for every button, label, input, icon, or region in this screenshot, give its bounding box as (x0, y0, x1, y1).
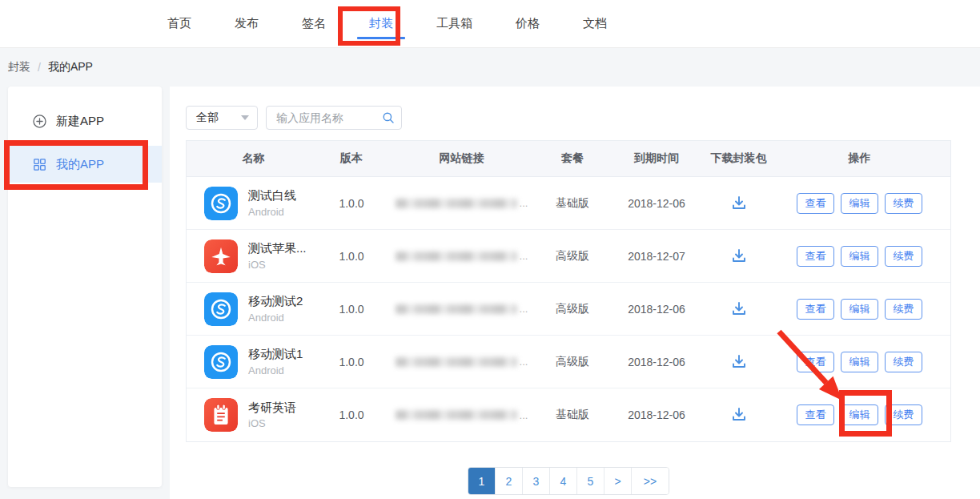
plus-circle-icon (32, 114, 47, 129)
pagination-wrap: 1 2 3 4 5 > >> (186, 467, 951, 495)
breadcrumb-my-app: 我的APP (48, 60, 93, 74)
col-header-name: 名称 (187, 151, 320, 166)
pagination: 1 2 3 4 5 > >> (468, 467, 669, 495)
redacted-link (396, 357, 517, 367)
sidebar-item-new-app[interactable]: 新建APP (8, 103, 162, 139)
app-version: 1.0.0 (320, 356, 383, 368)
page-2[interactable]: 2 (496, 468, 523, 494)
nav-tab-package[interactable]: 封装 (368, 0, 395, 47)
app-expiry: 2018-12-06 (604, 408, 709, 421)
redacted-link (396, 252, 517, 261)
edit-button-row-5-highlighted[interactable]: 编辑 (841, 404, 878, 425)
app-icon-s-browser (204, 187, 238, 220)
edit-button[interactable]: 编辑 (841, 193, 878, 214)
app-table: 名称 版本 网站链接 套餐 到期时间 下载封装包 操作 测试白线 (186, 140, 951, 442)
nav-tab-publish[interactable]: 发布 (233, 0, 260, 47)
app-platform: Android (248, 364, 303, 376)
app-plan: 高级版 (540, 302, 604, 316)
page-body: 封装 / 我的APP 新建APP (0, 48, 980, 499)
app-icon-airplane (204, 239, 238, 273)
edit-button[interactable]: 编辑 (841, 246, 878, 267)
renew-button[interactable]: 续费 (885, 352, 922, 372)
app-name: 移动测试2 (248, 294, 303, 309)
page-last[interactable]: >> (632, 468, 669, 494)
table-row: 测试白线 Android 1.0.0 ... 基础版 2018-12-06 查看… (187, 177, 950, 230)
app-icon-s-browser (204, 292, 238, 326)
download-icon[interactable] (729, 194, 749, 213)
col-header-expiry: 到期时间 (604, 151, 709, 166)
renew-button[interactable]: 续费 (885, 299, 922, 320)
app-plan: 高级版 (540, 249, 604, 264)
top-nav: 首页 发布 签名 封装 工具箱 价格 文档 (0, 0, 980, 48)
view-button[interactable]: 查看 (797, 352, 834, 372)
breadcrumb: 封装 / 我的APP (0, 48, 980, 87)
page-5[interactable]: 5 (577, 468, 604, 494)
renew-button[interactable]: 续费 (885, 404, 922, 425)
nav-tab-docs[interactable]: 文档 (581, 0, 608, 47)
view-button[interactable]: 查看 (797, 193, 834, 214)
app-plan: 基础版 (540, 196, 604, 211)
nav-tab-sign[interactable]: 签名 (300, 0, 327, 47)
edit-button[interactable]: 编辑 (841, 299, 878, 320)
redacted-link (396, 304, 517, 314)
nav-tab-toolbox[interactable]: 工具箱 (435, 0, 474, 47)
app-version: 1.0.0 (320, 197, 383, 210)
sidebar-item-label: 我的APP (56, 157, 104, 172)
app-version: 1.0.0 (320, 250, 383, 263)
filter-select[interactable]: 全部 (186, 106, 258, 130)
app-name: 移动测试1 (248, 347, 303, 362)
view-button[interactable]: 查看 (797, 299, 834, 320)
page-next[interactable]: > (604, 468, 632, 494)
chevron-down-icon (241, 115, 249, 120)
app-expiry: 2018-12-06 (604, 356, 709, 368)
table-row: 移动测试2 Android 1.0.0 ... 高级版 2018-12-06 查… (187, 283, 950, 336)
app-version: 1.0.0 (320, 303, 383, 316)
col-header-version: 版本 (320, 151, 383, 166)
filter-select-value: 全部 (196, 111, 219, 125)
app-expiry: 2018-12-07 (604, 250, 709, 263)
grid-icon (32, 157, 47, 172)
breadcrumb-package[interactable]: 封装 (8, 60, 30, 74)
table-row: 移动测试1 Android 1.0.0 ... 高级版 2018-12-06 查… (187, 336, 950, 388)
sidebar-item-label: 新建APP (56, 114, 104, 129)
content-row: 新建APP 我的APP (0, 87, 980, 499)
nav-tab-price[interactable]: 价格 (514, 0, 541, 47)
sidebar-item-my-app[interactable]: 我的APP (8, 146, 162, 183)
download-icon[interactable] (729, 247, 749, 266)
app-platform: iOS (248, 259, 307, 271)
table-row: 考研英语 iOS 1.0.0 ... 基础版 2018-12-06 查看 编辑 (187, 388, 950, 441)
app-plan: 基础版 (540, 408, 604, 422)
page-3[interactable]: 3 (523, 468, 550, 494)
renew-button[interactable]: 续费 (885, 246, 922, 267)
download-icon[interactable] (729, 352, 749, 372)
app-platform: Android (248, 206, 296, 218)
download-icon[interactable] (729, 405, 749, 425)
view-button[interactable]: 查看 (797, 404, 834, 425)
search-icon[interactable] (381, 111, 396, 125)
app-plan: 高级版 (540, 355, 604, 369)
breadcrumb-separator: / (38, 61, 41, 74)
sidebar: 新建APP 我的APP (8, 87, 162, 487)
search-box (266, 106, 402, 130)
app-version: 1.0.0 (320, 408, 383, 421)
app-expiry: 2018-12-06 (604, 197, 709, 210)
download-icon[interactable] (729, 300, 749, 319)
col-header-actions: 操作 (769, 151, 950, 166)
page-1[interactable]: 1 (468, 468, 496, 494)
app-name: 测试苹果... (248, 241, 307, 256)
app-platform: Android (248, 312, 303, 324)
app-name: 测试白线 (248, 188, 296, 203)
redacted-link (396, 410, 517, 420)
app-icon-notepad (204, 398, 238, 432)
renew-button[interactable]: 续费 (885, 193, 922, 214)
col-header-download: 下载封装包 (709, 151, 769, 166)
edit-button[interactable]: 编辑 (841, 352, 878, 372)
app-name: 考研英语 (248, 400, 296, 416)
app-platform: iOS (248, 417, 296, 429)
view-button[interactable]: 查看 (797, 246, 834, 267)
app-icon-s-browser (204, 345, 238, 379)
main-panel: 全部 名称 版本 网站链接 (170, 87, 980, 499)
table-row: 测试苹果... iOS 1.0.0 ... 高级版 2018-12-07 查看 … (187, 230, 950, 283)
page-4[interactable]: 4 (550, 468, 577, 494)
nav-tab-home[interactable]: 首页 (166, 0, 193, 47)
